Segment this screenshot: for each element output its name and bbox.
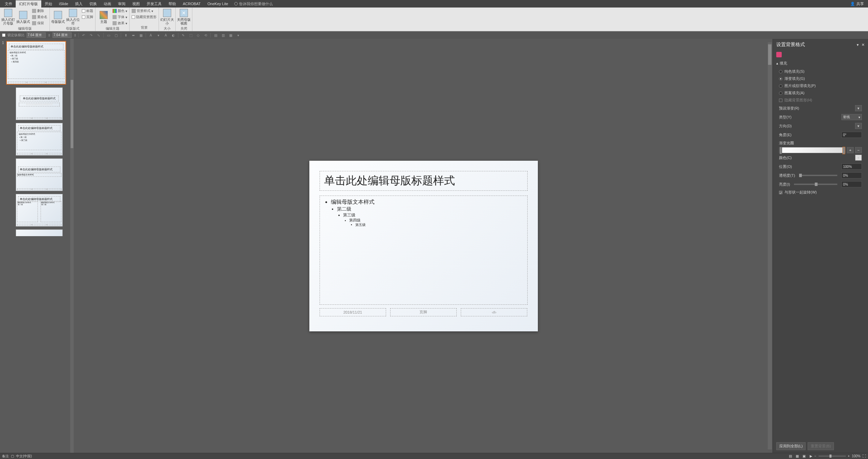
width-input[interactable] xyxy=(27,32,46,38)
tool-btn[interactable]: ↶ xyxy=(81,32,86,38)
tool-btn[interactable]: ◇ xyxy=(195,32,201,38)
tell-me[interactable]: 告诉我你想要做什么 xyxy=(234,1,273,6)
tab-animation[interactable]: 动画 xyxy=(100,0,115,8)
tool-btn[interactable]: ⟲ xyxy=(203,32,208,38)
layout-thumbnail-5[interactable] xyxy=(16,229,72,236)
tab-file[interactable]: 文件 xyxy=(1,0,16,8)
tab-islide[interactable]: iSlide xyxy=(56,1,72,7)
slideshow-button[interactable]: ▶ xyxy=(808,454,814,459)
slide-size-button[interactable]: 幻灯片大小 xyxy=(160,8,174,26)
angle-input[interactable] xyxy=(841,132,862,138)
fill-bucket-icon[interactable] xyxy=(776,52,782,57)
zoom-out-button[interactable]: − xyxy=(814,454,816,458)
solid-fill-radio[interactable]: 纯色填充(S) xyxy=(776,68,865,75)
close-master-view-button[interactable]: ✕ 关闭母版视图 xyxy=(177,8,191,26)
tab-view[interactable]: 视图 xyxy=(129,0,143,8)
transparency-input[interactable] xyxy=(841,172,862,178)
tool-btn[interactable]: ▤ xyxy=(213,32,218,38)
delete-button[interactable]: 删除 xyxy=(31,8,48,14)
zoom-in-button[interactable]: + xyxy=(848,454,850,458)
tool-btn[interactable]: ⬍ xyxy=(123,32,129,38)
fit-to-window-button[interactable]: ⛶ xyxy=(863,454,866,458)
zoom-slider[interactable] xyxy=(819,456,846,457)
tool-btn[interactable]: ▦ xyxy=(138,32,144,38)
tab-start[interactable]: 开始 xyxy=(41,0,56,8)
color-dropdown[interactable]: ▾ xyxy=(855,155,862,161)
sorter-view-button[interactable]: ▦ xyxy=(794,454,800,459)
tool-btn[interactable]: ▾ xyxy=(235,32,241,38)
close-pane-icon[interactable]: ✕ xyxy=(862,43,865,47)
tab-devtools[interactable]: 开发工具 xyxy=(143,0,165,8)
themes-button[interactable]: 主题 xyxy=(97,8,111,26)
tab-review[interactable]: 审阅 xyxy=(115,0,129,8)
fill-section-header[interactable]: ▴ 填充 xyxy=(776,61,865,66)
tool-btn[interactable]: ▥ xyxy=(220,32,226,38)
rotate-with-shape-checkbox[interactable]: ✓与形状一起旋转(W) xyxy=(776,189,865,196)
layout-thumbnail-4[interactable]: 单击此处编辑母版标题样式 编辑母版文本样式 第二级 编辑母版文本样式 第二级 xyxy=(16,194,72,227)
tool-btn[interactable]: ▢ xyxy=(113,32,119,38)
pattern-fill-radio[interactable]: 图案填充(A) xyxy=(776,89,865,97)
remove-stop-button[interactable]: − xyxy=(855,147,862,153)
effects-button[interactable]: 效果 ▾ xyxy=(112,20,128,26)
master-thumbnail[interactable]: 1 单击此处编辑母版标题样式 编辑母版文本样式 • 第二级 • 第三级 • 第四… xyxy=(2,41,72,85)
bg-styles-button[interactable]: 背景样式 ▾ xyxy=(131,8,157,14)
tool-btn[interactable]: ⬌ xyxy=(131,32,136,38)
insert-placeholder-button[interactable]: 插入占位符 xyxy=(66,8,80,26)
gradient-stops-bar[interactable] xyxy=(779,147,845,153)
title-checkbox[interactable]: 标题 xyxy=(81,8,94,14)
tab-help[interactable]: 帮助 xyxy=(165,0,179,8)
direction-dropdown[interactable]: ▾ xyxy=(855,123,862,129)
slide-master-editor[interactable]: 单击此处编辑母版标题样式 编辑母版文本样式 第二级 第三级 第四级 第五级 xyxy=(309,161,538,331)
tab-onekey[interactable]: OneKey Lite xyxy=(204,1,232,7)
insert-layout-button[interactable]: 插入版式 xyxy=(16,8,30,26)
tool-btn[interactable]: A xyxy=(163,32,168,38)
slidenum-placeholder[interactable]: ‹#› xyxy=(461,308,527,316)
height-input[interactable] xyxy=(53,32,72,38)
normal-view-button[interactable]: ▤ xyxy=(788,454,794,459)
colors-button[interactable]: 颜色 ▾ xyxy=(112,8,128,14)
tab-acrobat[interactable]: ACROBAT xyxy=(179,1,204,7)
canvas-scrollbar[interactable] xyxy=(768,42,772,449)
tool-btn[interactable]: ▾ xyxy=(156,32,161,38)
tool-btn[interactable]: ↷ xyxy=(88,32,94,38)
footer-placeholder[interactable]: 页脚 xyxy=(390,308,457,316)
title-placeholder[interactable]: 单击此处编辑母版标题样式 xyxy=(320,171,528,191)
master-layout-button[interactable]: 母版版式 xyxy=(51,8,65,26)
tool-btn[interactable]: ⬚ xyxy=(188,32,193,38)
preserve-button[interactable]: 保留 xyxy=(31,20,48,26)
spinner-icon[interactable]: ⇳ xyxy=(74,33,76,37)
zoom-value[interactable]: 100% xyxy=(852,454,860,458)
lock-aspect-checkbox[interactable] xyxy=(2,33,5,37)
rename-button[interactable]: 重命名 xyxy=(31,14,48,20)
picture-fill-radio[interactable]: 图片或纹理填充(P) xyxy=(776,82,865,89)
tool-btn[interactable]: ▦ xyxy=(228,32,233,38)
footers-checkbox[interactable]: 页脚 xyxy=(81,14,94,20)
tab-slidemaster[interactable]: 幻灯片母版 xyxy=(16,0,41,8)
tool-btn[interactable]: ⤡ xyxy=(96,32,101,38)
spinner-icon[interactable]: ⇳ xyxy=(48,33,50,37)
reading-view-button[interactable]: ▣ xyxy=(801,454,807,459)
tool-btn[interactable]: ▭ xyxy=(106,32,111,38)
apply-to-all-button[interactable]: 应用到全部(L) xyxy=(776,442,806,450)
gradient-fill-radio[interactable]: 渐变填充(G) xyxy=(776,75,865,82)
layout-thumbnail-2[interactable]: 单击此处编辑母版标题样式 编辑母版文本样式 • 第二级 • 第三级 xyxy=(16,123,72,156)
hide-bg-checkbox[interactable]: 隐藏背景图形(H) xyxy=(776,97,865,104)
share-button[interactable]: 👤 共享 xyxy=(848,1,867,6)
tab-transition[interactable]: 切换 xyxy=(86,0,100,8)
date-placeholder[interactable]: 2018/11/21 xyxy=(320,308,386,316)
position-input[interactable] xyxy=(841,163,862,170)
tab-insert[interactable]: 插入 xyxy=(72,0,86,8)
body-placeholder[interactable]: 编辑母版文本样式 第二级 第三级 第四级 第五级 xyxy=(320,196,528,305)
brightness-input[interactable] xyxy=(841,181,862,187)
tool-btn[interactable]: ✎ xyxy=(180,32,186,38)
hide-bg-graphics-checkbox[interactable]: 隐藏背景图形 xyxy=(131,14,157,20)
chevron-down-icon[interactable]: ▾ xyxy=(857,43,859,47)
fonts-button[interactable]: 字体 ▾ xyxy=(112,14,128,20)
notes-button[interactable]: 备注 xyxy=(2,454,9,459)
preset-gradient-dropdown[interactable]: ▾ xyxy=(855,105,862,111)
transparency-slider[interactable] xyxy=(799,175,837,176)
reset-background-button[interactable]: 重置背景(B) xyxy=(808,442,834,450)
brightness-slider[interactable] xyxy=(794,184,837,185)
insert-slide-master-button[interactable]: 插入幻灯片母版 xyxy=(1,8,15,26)
tool-btn[interactable]: ◐ xyxy=(171,32,176,38)
